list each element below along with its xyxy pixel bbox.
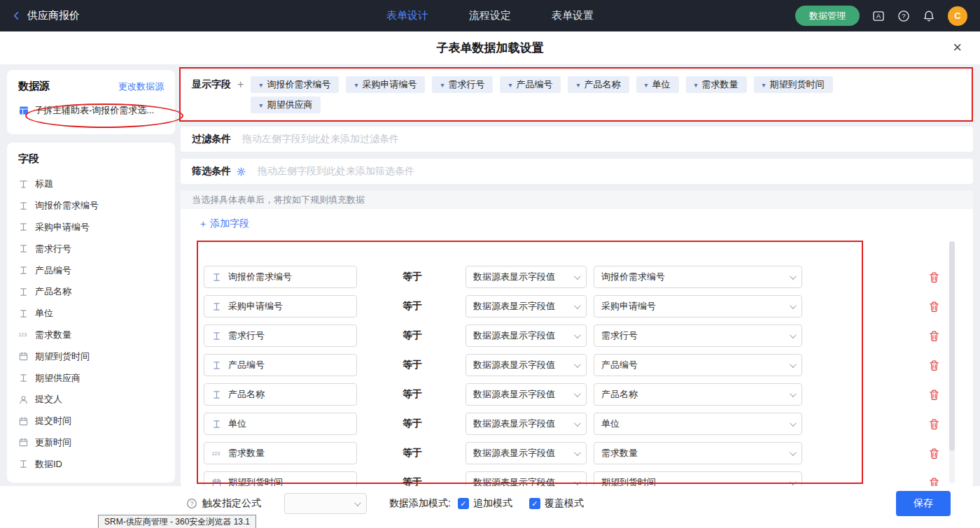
chip-label: 采购申请编号 xyxy=(362,78,416,91)
gear-icon[interactable] xyxy=(236,166,246,177)
source-type-select[interactable]: 数据源表显示字段值 xyxy=(465,383,587,406)
chevron-down-icon: ▾ xyxy=(762,81,766,89)
source-field-select[interactable]: 需求数量 xyxy=(594,442,802,464)
avatar[interactable]: C xyxy=(948,6,967,26)
bell-icon[interactable] xyxy=(923,10,935,22)
field-item[interactable]: 更新时间 xyxy=(18,432,164,454)
overwrite-mode-checkbox[interactable]: ✓ 覆盖模式 xyxy=(529,497,584,510)
scrollbar-thumb[interactable] xyxy=(949,241,955,451)
page-title: 子表单数据加载设置 xyxy=(437,40,544,56)
source-field-select[interactable]: 需求行号 xyxy=(594,324,802,347)
rule-field-box[interactable]: 需求数量 xyxy=(204,442,357,464)
delete-rule-icon[interactable] xyxy=(928,359,940,371)
chip-label: 询报价需求编号 xyxy=(267,78,330,91)
display-field-chip[interactable]: ▾产品编号 xyxy=(500,76,561,93)
rule-field-box[interactable]: 询报价需求编号 xyxy=(204,266,357,288)
text-field-icon xyxy=(18,373,29,383)
tab-flow-settings[interactable]: 流程设定 xyxy=(469,9,511,22)
field-item[interactable]: 单位 xyxy=(18,303,164,324)
field-item[interactable]: 提交时间 xyxy=(18,411,164,432)
datasource-item[interactable]: 子拆主辅助表-询报价需求选... xyxy=(18,104,164,117)
tab-form-settings[interactable]: 表单设置 xyxy=(552,9,594,22)
field-item[interactable]: 产品编号 xyxy=(18,259,164,281)
source-type-select[interactable]: 数据源表显示字段值 xyxy=(465,266,587,288)
display-field-chips: ▾询报价需求编号 ▾采购申请编号 ▾需求行号 ▾产品编号 ▾产品名称 ▾单位 ▾… xyxy=(251,76,832,113)
field-item[interactable]: 标题 xyxy=(18,173,164,195)
formula-select[interactable] xyxy=(284,493,367,514)
delete-rule-icon[interactable] xyxy=(928,477,940,487)
datasource-title: 数据源 xyxy=(18,80,50,93)
filter-condition-section[interactable]: 过滤条件 拖动左侧字段到此处来添加过滤条件 xyxy=(181,127,973,152)
select-value: 数据源表显示字段值 xyxy=(473,388,555,401)
select-value: 数据源表显示字段值 xyxy=(473,329,555,342)
display-field-chip[interactable]: ▾产品名称 xyxy=(568,76,629,93)
source-type-select[interactable]: 数据源表显示字段值 xyxy=(465,413,587,435)
add-display-field-button[interactable]: + xyxy=(237,79,244,90)
person-field-icon xyxy=(18,394,29,405)
field-item[interactable]: 提交人 xyxy=(18,389,164,411)
rule-field-box[interactable]: 需求行号 xyxy=(204,324,357,347)
display-field-chip[interactable]: ▾需求行号 xyxy=(432,76,493,93)
delete-rule-icon[interactable] xyxy=(928,448,940,459)
help-circle-icon[interactable] xyxy=(186,498,197,509)
text-field-icon xyxy=(211,390,222,400)
source-type-select[interactable]: 数据源表显示字段值 xyxy=(465,471,587,486)
field-item[interactable]: 期望到货时间 xyxy=(18,345,164,367)
source-field-select[interactable]: 产品名称 xyxy=(594,383,802,406)
translate-icon[interactable] xyxy=(872,10,885,22)
change-datasource-link[interactable]: 更改数据源 xyxy=(118,80,164,93)
field-item[interactable]: 询报价需求编号 xyxy=(18,195,164,217)
display-field-chip[interactable]: ▾单位 xyxy=(636,76,679,93)
field-item[interactable]: 需求行号 xyxy=(18,238,164,259)
source-type-select[interactable]: 数据源表显示字段值 xyxy=(465,442,587,464)
source-field-select[interactable]: 采购申请编号 xyxy=(594,295,802,317)
source-field-select[interactable]: 单位 xyxy=(594,413,802,435)
append-mode-checkbox[interactable]: ✓ 追加模式 xyxy=(458,497,512,510)
delete-rule-icon[interactable] xyxy=(928,389,940,401)
source-type-select[interactable]: 数据源表显示字段值 xyxy=(465,324,587,347)
screen-condition-section[interactable]: 筛选条件 拖动左侧字段到此处来添加筛选条件 xyxy=(181,159,973,184)
rule-field-box[interactable]: 期望到货时间 xyxy=(204,471,357,486)
back-button[interactable]: 供应商报价 xyxy=(11,9,80,22)
rule-row: 单位 等于 数据源表显示字段值 单位 xyxy=(181,409,973,438)
rule-field-box[interactable]: 采购申请编号 xyxy=(204,295,357,317)
select-value: 采购申请编号 xyxy=(601,300,656,313)
display-field-chip[interactable]: ▾期望到货时间 xyxy=(754,76,833,93)
display-field-chip[interactable]: ▾期望供应商 xyxy=(251,97,321,113)
save-button[interactable]: 保存 xyxy=(896,491,951,516)
field-item[interactable]: 产品名称 xyxy=(18,281,164,303)
tab-form-design[interactable]: 表单设计 xyxy=(386,9,428,22)
data-manage-button[interactable]: 数据管理 xyxy=(795,6,860,26)
source-field-select[interactable]: 期望到货时间 xyxy=(594,471,802,486)
chevron-down-icon: ▾ xyxy=(508,81,512,89)
chevron-down-icon xyxy=(790,273,797,280)
display-field-chip[interactable]: ▾采购申请编号 xyxy=(346,76,425,93)
display-field-chip[interactable]: ▾需求数量 xyxy=(686,76,747,93)
help-icon[interactable] xyxy=(897,10,910,22)
rule-field-box[interactable]: 单位 xyxy=(204,413,357,435)
select-value: 数据源表显示字段值 xyxy=(473,300,555,313)
display-field-chip[interactable]: ▾询报价需求编号 xyxy=(251,76,339,93)
delete-rule-icon[interactable] xyxy=(928,271,940,283)
rule-field-box[interactable]: 产品编号 xyxy=(204,354,357,376)
close-icon[interactable]: × xyxy=(953,40,962,55)
source-type-select[interactable]: 数据源表显示字段值 xyxy=(465,354,587,376)
source-field-select[interactable]: 产品编号 xyxy=(594,354,802,376)
source-field-select[interactable]: 询报价需求编号 xyxy=(594,266,802,288)
rule-field-box[interactable]: 产品名称 xyxy=(204,383,357,406)
delete-rule-icon[interactable] xyxy=(928,330,940,342)
text-field-icon xyxy=(211,272,222,283)
field-item[interactable]: 需求数量 xyxy=(18,324,164,346)
delete-rule-icon[interactable] xyxy=(928,301,940,313)
chip-label: 期望供应商 xyxy=(267,99,312,111)
source-type-select[interactable]: 数据源表显示字段值 xyxy=(465,295,587,317)
delete-rule-icon[interactable] xyxy=(928,418,940,430)
add-field-button[interactable]: + 添加字段 xyxy=(200,217,249,230)
display-fields-section: 显示字段 + ▾询报价需求编号 ▾采购申请编号 ▾需求行号 ▾产品编号 ▾产品名… xyxy=(181,70,973,120)
rules-scrollbar[interactable] xyxy=(949,241,955,483)
field-item[interactable]: 数据ID xyxy=(18,453,164,475)
rules-hint: 当选择具体表单后，将按如下规则填充数据 xyxy=(181,191,973,209)
field-item[interactable]: 采购申请编号 xyxy=(18,217,164,238)
field-label: 产品编号 xyxy=(35,264,71,277)
field-item[interactable]: 期望供应商 xyxy=(18,367,164,389)
